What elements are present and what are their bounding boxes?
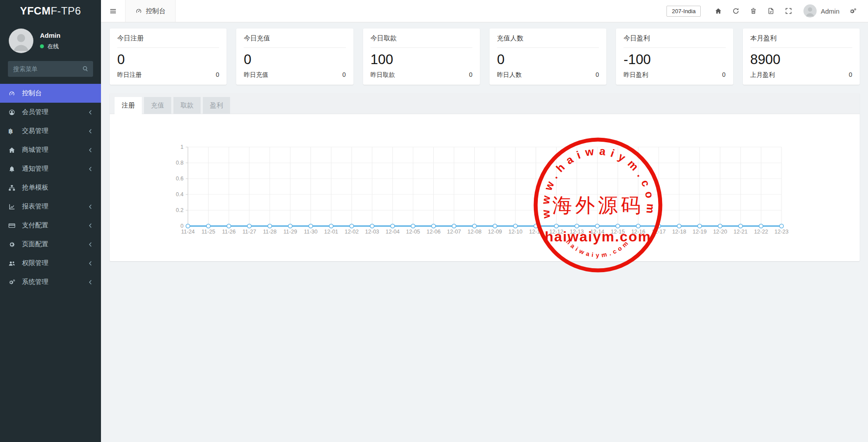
sidebar-item[interactable]: 通知管理	[0, 159, 101, 178]
sidebar-item-label: 页面配置	[22, 240, 87, 248]
sidebar-item[interactable]: 控制台	[0, 84, 101, 103]
sidebar-item-label: 通知管理	[22, 165, 87, 173]
chart-tab[interactable]: 盈利	[203, 97, 230, 114]
home-icon[interactable]	[710, 7, 727, 14]
svg-text:12-16: 12-16	[631, 229, 645, 235]
mall-icon	[8, 147, 18, 154]
clear-cache-icon[interactable]	[762, 7, 780, 14]
stat-card-title: 本月盈利	[750, 34, 852, 48]
svg-text:1: 1	[180, 144, 184, 150]
stat-card: 本月盈利8900上月盈利0	[743, 29, 860, 85]
svg-text:12-17: 12-17	[652, 229, 666, 235]
report-icon	[8, 203, 18, 210]
stat-card-value: -100	[623, 52, 725, 68]
svg-text:11-27: 11-27	[242, 229, 256, 235]
bell-icon	[8, 165, 18, 172]
stat-card-subvalue: 0	[596, 71, 599, 79]
chart-tab[interactable]: 取款	[173, 97, 201, 114]
user-status: 在线	[40, 43, 61, 50]
sidebar-search	[8, 61, 93, 77]
stat-card-value: 100	[371, 52, 472, 68]
stat-card-title: 今日盈利	[623, 34, 725, 48]
stat-card-value: 8900	[750, 52, 852, 68]
svg-text:12-18: 12-18	[672, 229, 686, 235]
stat-card-subvalue: 0	[469, 71, 472, 79]
sidebar-item[interactable]: ฿交易管理	[0, 122, 101, 140]
search-input[interactable]	[8, 61, 93, 77]
sidebar-item[interactable]: 会员管理	[0, 103, 101, 122]
svg-text:12-10: 12-10	[508, 229, 522, 235]
svg-text:12-11: 12-11	[529, 229, 543, 235]
sidebar-item[interactable]: 商城管理	[0, 140, 101, 159]
sidebar-item-label: 交易管理	[22, 127, 87, 135]
chevron-left-icon	[87, 128, 94, 135]
sidebar-item-label: 会员管理	[22, 108, 87, 116]
svg-text:0.2: 0.2	[176, 207, 184, 213]
svg-text:11-28: 11-28	[263, 229, 277, 235]
brand-logo: YFCMF-TP6	[0, 0, 101, 22]
chart-panel: 注册充值取款盈利 00.20.40.60.8111-2411-2511-2611…	[110, 93, 860, 261]
stat-card-value: 0	[244, 52, 346, 68]
sidebar-item[interactable]: 权限管理	[0, 254, 101, 273]
svg-text:12-15: 12-15	[611, 229, 625, 235]
sidebar-nav: 控制台会员管理฿交易管理商城管理通知管理抢单模板报表管理支付配置页面配置权限管理…	[0, 84, 101, 291]
topbar-right: 207-India	[666, 4, 868, 18]
brand-bold: YFCM	[20, 5, 50, 17]
hamburger-menu-icon[interactable]	[101, 7, 125, 15]
stat-card-title: 今日充值	[244, 34, 346, 48]
admin-name-label: Admin	[821, 7, 839, 15]
app-root: YFCMF-TP6 Admin 在线	[0, 0, 868, 442]
sidebar-item[interactable]: 页面配置	[0, 235, 101, 254]
svg-text:12-07: 12-07	[447, 229, 461, 235]
refresh-icon[interactable]	[727, 7, 745, 14]
sidebar-item-label: 商城管理	[22, 146, 87, 154]
member-icon	[8, 109, 18, 116]
region-select[interactable]: 207-India	[666, 6, 701, 17]
user-status-label: 在线	[47, 43, 59, 50]
sidebar-item[interactable]: 抢单模板	[0, 178, 101, 197]
chevron-left-icon	[87, 165, 94, 172]
svg-text:12-12: 12-12	[549, 229, 563, 235]
sidebar-item-label: 支付配置	[22, 221, 87, 230]
stat-card-subrow: 昨日取款0	[371, 71, 472, 79]
chevron-left-icon	[87, 147, 94, 154]
chevron-left-icon	[87, 241, 94, 248]
stat-card-subrow: 昨日充值0	[244, 71, 346, 79]
chart-tab[interactable]: 充值	[144, 97, 171, 114]
chevron-left-icon	[87, 279, 94, 286]
registrations-line-chart: 00.20.40.60.8111-2411-2511-2611-2711-281…	[110, 114, 860, 261]
stat-card-subvalue: 0	[849, 71, 852, 79]
avatar	[9, 29, 33, 53]
bitcoin-icon: ฿	[8, 128, 18, 134]
trash-icon[interactable]	[745, 7, 762, 14]
dashboard-content: 今日注册0昨日注册0今日充值0昨日充值0今日取款100昨日取款0充值人数0昨日人…	[101, 22, 868, 261]
admin-user-menu[interactable]: Admin	[803, 4, 839, 18]
stat-card: 今日充值0昨日充值0	[236, 29, 353, 85]
chevron-left-icon	[87, 222, 94, 229]
sidebar-item[interactable]: 支付配置	[0, 216, 101, 235]
svg-text:12-21: 12-21	[734, 229, 748, 235]
users-icon	[8, 260, 18, 267]
sitemap-icon	[8, 184, 18, 191]
svg-text:12-02: 12-02	[345, 229, 359, 235]
tachometer-icon	[8, 90, 18, 97]
stat-card-title: 今日取款	[371, 34, 472, 48]
sidebar-item[interactable]: 系统管理	[0, 273, 101, 291]
svg-text:11-26: 11-26	[222, 229, 236, 235]
stat-card-subrow: 昨日盈利0	[623, 71, 725, 79]
svg-text:11-24: 11-24	[181, 229, 194, 235]
stat-card-subvalue: 0	[216, 71, 220, 79]
svg-text:12-14: 12-14	[590, 229, 604, 235]
stat-card: 今日盈利-100昨日盈利0	[616, 29, 733, 85]
chart-tab[interactable]: 注册	[115, 97, 142, 114]
cogs-icon	[8, 279, 18, 286]
svg-text:11-30: 11-30	[304, 229, 317, 235]
main-column: 控制台 207-India	[101, 0, 868, 442]
search-icon[interactable]	[82, 65, 89, 74]
settings-cogs-icon[interactable]	[844, 7, 862, 15]
fullscreen-icon[interactable]	[780, 7, 797, 14]
stats-cards-row: 今日注册0昨日注册0今日充值0昨日充值0今日取款100昨日取款0充值人数0昨日人…	[110, 29, 860, 85]
stat-card-title: 今日注册	[117, 34, 219, 48]
sidebar-item[interactable]: 报表管理	[0, 197, 101, 216]
topbar-tab-dashboard[interactable]: 控制台	[125, 0, 176, 22]
